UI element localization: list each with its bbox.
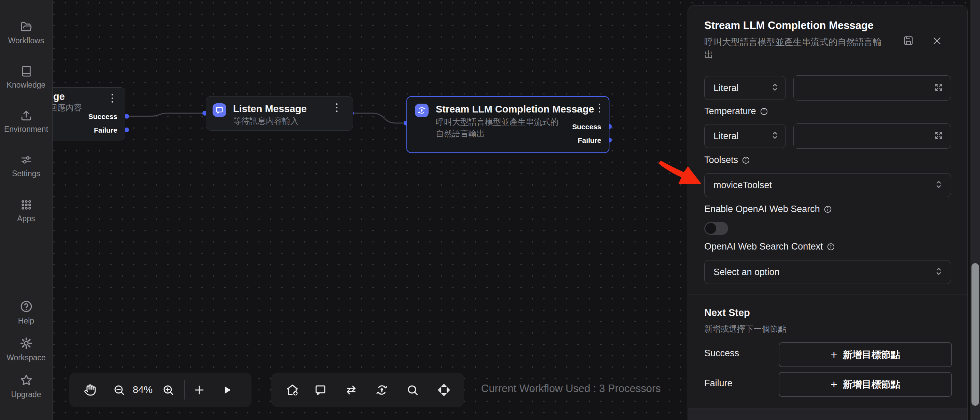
port-label-success: Success	[88, 113, 118, 121]
sidebar-item-label: Workflows	[0, 36, 52, 45]
temperature-label: Temperature	[704, 106, 768, 117]
scrollbar-thumb[interactable]	[972, 263, 979, 406]
node-config-panel: Stream LLM Completion Message 呼叫大型語言模型並產…	[687, 5, 968, 420]
sidebar-item-workflows[interactable]: Workflows	[0, 21, 52, 45]
sidebar-item-upgrade[interactable]: Upgrade	[0, 374, 52, 399]
label-text: OpenAI Web Search Context	[704, 241, 823, 252]
toolbar-divider	[184, 380, 185, 399]
info-icon[interactable]	[823, 205, 832, 214]
sidebar-item-knowledge[interactable]: Knowledge	[0, 65, 52, 90]
port-label-failure: Failure	[578, 136, 601, 144]
sidebar-item-environment[interactable]: Environment	[0, 110, 52, 134]
sidebar-item-label: Workspace	[0, 353, 52, 362]
web-search-toggle[interactable]	[704, 222, 728, 235]
sidebar-item-label: Help	[0, 316, 52, 326]
folder-open-icon	[21, 28, 32, 34]
sidebar-item-label: Environment	[0, 125, 52, 134]
edge-listen-to-llm	[353, 113, 404, 123]
temperature-value-input[interactable]	[793, 124, 951, 149]
button-label: 新增目標節點	[843, 378, 900, 391]
edge-reply-to-listen	[127, 113, 203, 116]
select-value: moviceToolset	[713, 180, 772, 190]
chevron-up-down-icon	[772, 130, 778, 142]
select-placeholder: Select an option	[713, 267, 780, 277]
enable-web-search-label: Enable OpenAI Web Search	[704, 204, 832, 214]
chevron-up-down-icon	[935, 179, 942, 191]
node-subtitle-line2: 自然語言輸出	[436, 128, 485, 139]
sidebar-item-label: Upgrade	[0, 390, 52, 399]
label-text: Temperature	[704, 106, 756, 117]
panel-title: Stream LLM Completion Message	[704, 19, 873, 32]
info-icon[interactable]	[741, 156, 750, 165]
expand-icon[interactable]	[934, 82, 944, 94]
next-step-subtitle: 新增或選擇下一個節點	[704, 323, 786, 334]
star-icon	[20, 382, 33, 388]
success-row-label: Success	[704, 348, 739, 359]
node-listen-message[interactable]: Listen Message 等待訊息內容輸入	[206, 96, 353, 131]
node-title: Stream LLM Completion Message	[436, 104, 594, 115]
sidebar-item-workspace[interactable]: Workspace	[0, 337, 52, 362]
toggle-knob	[705, 223, 716, 234]
node-stream-llm-completion[interactable]: Stream LLM Completion Message 呼叫大型語言模型並產…	[406, 96, 609, 153]
left-sidebar: Workflows Knowledge Environment Settings…	[0, 0, 52, 420]
message-bubble-icon[interactable]	[312, 372, 329, 407]
plus-icon: +	[830, 378, 837, 391]
port-label-failure: Failure	[94, 126, 118, 134]
node-menu-kebab-icon[interactable]	[598, 104, 601, 113]
panel-footer	[688, 409, 967, 420]
context-select[interactable]: Select an option	[704, 260, 951, 284]
sidebar-item-label: Settings	[0, 169, 52, 178]
help-circle-icon	[20, 308, 33, 314]
swap-arrows-icon[interactable]	[343, 372, 360, 407]
save-icon[interactable]	[903, 35, 914, 48]
toolsets-label: Toolsets	[704, 155, 750, 165]
home-add-icon[interactable]	[284, 372, 301, 407]
sidebar-item-label: Apps	[0, 214, 52, 223]
select-value: Literal	[713, 131, 739, 141]
pan-hand-icon[interactable]	[81, 372, 99, 407]
next-step-title: Next Step	[704, 307, 750, 319]
node-palette-toolbar	[271, 372, 464, 407]
llm-bulb-sync-icon[interactable]	[373, 372, 390, 407]
sidebar-item-label: Knowledge	[0, 81, 52, 90]
zoom-out-icon[interactable]	[111, 372, 127, 407]
workflow-usage-status: Current Workflow Used : 3 Processors	[481, 382, 661, 395]
apps-grid-icon	[21, 206, 32, 212]
button-label: 新增目標節點	[843, 349, 900, 361]
section-divider	[688, 295, 967, 295]
info-icon[interactable]	[760, 107, 768, 116]
node-title: Listen Message	[233, 103, 307, 114]
add-target-node-success-button[interactable]: + 新增目標節點	[779, 342, 952, 367]
sidebar-item-apps[interactable]: Apps	[0, 199, 52, 223]
add-node-plus-icon[interactable]	[191, 372, 208, 407]
search-icon[interactable]	[404, 372, 421, 407]
expand-icon[interactable]	[934, 130, 944, 142]
node-subtitle: 等待訊息內容輸入	[233, 116, 299, 127]
sliders-icon	[21, 161, 32, 167]
node-menu-kebab-icon[interactable]	[336, 103, 338, 112]
zoom-toolbar: 84%	[69, 372, 251, 407]
sidebar-item-settings[interactable]: Settings	[0, 154, 52, 178]
add-target-node-failure-button[interactable]: + 新增目標節點	[779, 372, 952, 397]
label-text: Toolsets	[704, 155, 738, 165]
zoom-in-icon[interactable]	[160, 372, 177, 407]
toolset-select[interactable]: moviceToolset	[704, 173, 951, 197]
panel-subtitle: 呼叫大型語言模型並產生串流式的自然語言輸出	[704, 36, 889, 61]
logic-diamond-icon[interactable]	[435, 372, 452, 407]
zoom-level[interactable]: 84%	[128, 372, 157, 407]
chat-bubble-icon	[213, 103, 226, 117]
run-play-icon[interactable]	[219, 372, 236, 407]
node-subtitle: 回應內容	[49, 102, 82, 113]
node-menu-kebab-icon[interactable]	[111, 94, 114, 103]
port-label-success: Success	[572, 123, 601, 131]
label-text: Enable OpenAI Web Search	[704, 204, 820, 214]
select-value: Literal	[713, 83, 739, 94]
temperature-type-select[interactable]: Literal	[704, 124, 786, 148]
info-icon[interactable]	[826, 242, 835, 251]
prompt-type-select[interactable]: Literal	[704, 76, 786, 100]
web-search-context-label: OpenAI Web Search Context	[704, 241, 835, 252]
plus-icon: +	[830, 348, 837, 361]
close-icon[interactable]	[932, 36, 942, 48]
sidebar-item-help[interactable]: Help	[0, 300, 52, 326]
prompt-value-input[interactable]	[793, 75, 951, 101]
